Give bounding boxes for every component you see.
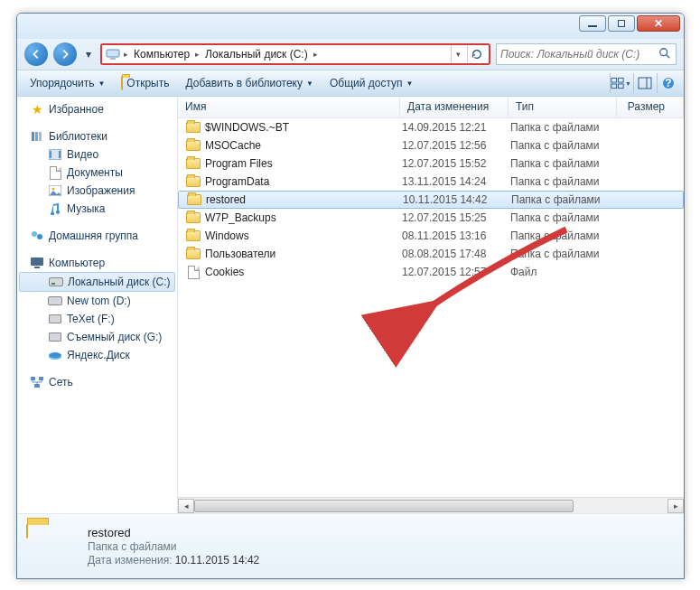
item-name: MSOCache: [205, 139, 402, 152]
close-button[interactable]: ✕: [637, 15, 680, 32]
tree-label: Сеть: [49, 376, 73, 389]
details-date: Дата изменения: 10.11.2015 14:42: [88, 554, 259, 567]
computer-icon: [30, 256, 44, 270]
svg-rect-6: [611, 84, 617, 89]
tree-drive-g[interactable]: Съемный диск (G:): [17, 328, 177, 346]
svg-rect-14: [39, 132, 42, 141]
svg-point-21: [37, 234, 42, 239]
network-icon: [30, 375, 44, 389]
folder-icon: [185, 158, 201, 169]
yandex-disk-icon: [48, 348, 62, 362]
breadcrumb-segment[interactable]: Локальный диск (C:): [200, 48, 313, 61]
search-input[interactable]: [500, 48, 658, 61]
list-item[interactable]: Пользователи08.08.2015 17:48Папка с файл…: [178, 245, 684, 263]
view-options-button[interactable]: ▼: [610, 73, 631, 93]
svg-rect-23: [34, 267, 40, 268]
svg-line-3: [667, 54, 670, 58]
svg-rect-17: [59, 151, 61, 158]
back-button[interactable]: [24, 42, 48, 66]
open-button[interactable]: Открыть: [114, 74, 176, 92]
item-name: Cookies: [205, 266, 402, 278]
item-name: Windows: [205, 229, 402, 242]
tree-computer[interactable]: Компьютер: [17, 254, 177, 272]
tree-label: New tom (D:): [67, 295, 131, 307]
scroll-left-button[interactable]: ◂: [178, 499, 194, 513]
tree-drive-d[interactable]: New tom (D:): [17, 292, 177, 310]
folder-icon: [186, 194, 202, 205]
tree-network[interactable]: Сеть: [17, 373, 177, 391]
horizontal-scrollbar[interactable]: ◂ ▸: [178, 497, 684, 513]
item-date: 08.11.2015 13:16: [402, 229, 510, 242]
libraries-icon: [30, 129, 44, 144]
item-date: 12.07.2015 12:56: [402, 139, 510, 152]
item-name: restored: [206, 193, 403, 206]
svg-rect-13: [35, 132, 38, 141]
column-date[interactable]: Дата изменения: [400, 97, 509, 117]
share-label: Общий доступ: [330, 77, 403, 89]
item-date: 12.07.2015 12:57: [402, 266, 510, 278]
minimize-button[interactable]: [579, 15, 606, 32]
list-item[interactable]: W7P_Backups12.07.2015 15:25Папка с файла…: [178, 209, 684, 227]
item-date: 12.07.2015 15:52: [402, 157, 510, 170]
list-item[interactable]: ProgramData13.11.2015 14:24Папка с файла…: [178, 173, 684, 191]
list-item[interactable]: Cookies12.07.2015 12:57Файл: [178, 263, 684, 281]
svg-rect-0: [107, 50, 119, 57]
forward-button[interactable]: [53, 42, 77, 66]
file-list: Имя Дата изменения Тип Размер $WINDOWS.~…: [178, 97, 684, 513]
item-name: ProgramData: [205, 175, 402, 188]
search-box[interactable]: [496, 43, 677, 65]
drive-icon: [48, 330, 62, 344]
tree-lib-images[interactable]: Изображения: [17, 182, 177, 200]
item-date: 14.09.2015 12:21: [402, 121, 510, 134]
scroll-right-button[interactable]: ▸: [667, 499, 684, 513]
column-name[interactable]: Имя: [178, 97, 400, 117]
share-button[interactable]: Общий доступ ▼: [322, 74, 421, 92]
rows-container: $WINDOWS.~BT14.09.2015 12:21Папка с файл…: [178, 118, 684, 513]
maximize-button[interactable]: [608, 15, 635, 32]
list-item[interactable]: Program Files12.07.2015 15:52Папка с фай…: [178, 155, 684, 173]
preview-pane-button[interactable]: [633, 73, 655, 93]
scroll-thumb[interactable]: [194, 500, 574, 512]
item-date: 10.11.2015 14:42: [403, 193, 511, 206]
drive-icon: [48, 294, 62, 308]
tree-lib-documents[interactable]: Документы: [17, 164, 177, 182]
file-icon: [185, 266, 201, 279]
tree-drive-c[interactable]: Локальный диск (C:): [19, 272, 175, 292]
tree-label: Документы: [67, 166, 123, 179]
tree-favorites[interactable]: ★Избранное: [17, 100, 177, 118]
navigation-tree[interactable]: ★Избранное Библиотеки Видео Документы Из…: [17, 97, 178, 513]
svg-rect-12: [32, 132, 34, 141]
svg-point-25: [49, 352, 61, 358]
list-item[interactable]: $WINDOWS.~BT14.09.2015 12:21Папка с файл…: [178, 118, 684, 136]
tree-yandex-disk[interactable]: Яндекс.Диск: [17, 346, 177, 364]
list-item[interactable]: restored10.11.2015 14:42Папка с файлами: [178, 191, 684, 209]
column-type[interactable]: Тип: [509, 97, 617, 117]
item-name: W7P_Backups: [205, 211, 402, 224]
add-to-library-button[interactable]: Добавить в библиотеку ▼: [178, 74, 320, 92]
scroll-track[interactable]: [194, 499, 667, 513]
help-button[interactable]: ?: [657, 73, 678, 93]
list-item[interactable]: MSOCache12.07.2015 12:56Папка с файлами: [178, 136, 684, 155]
item-type: Папка с файлами: [510, 248, 637, 260]
video-icon: [48, 147, 62, 162]
tree-drive-f[interactable]: TeXet (F:): [17, 310, 177, 328]
tree-lib-music[interactable]: Музыка: [17, 200, 177, 218]
tree-homegroup[interactable]: Домашняя группа: [17, 227, 177, 245]
svg-rect-4: [611, 78, 617, 82]
organize-button[interactable]: Упорядочить ▼: [23, 74, 112, 92]
column-size[interactable]: Размер: [617, 97, 684, 117]
address-dropdown[interactable]: ▾: [451, 45, 465, 63]
address-bar[interactable]: ▸ Компьютер ▸ Локальный диск (C:) ▸ ▾: [100, 43, 490, 65]
svg-rect-16: [50, 151, 51, 158]
breadcrumb-segment[interactable]: Компьютер: [128, 48, 195, 61]
tree-libraries[interactable]: Библиотеки: [17, 127, 177, 145]
history-dropdown[interactable]: ▾: [82, 48, 95, 61]
details-icon: [26, 525, 77, 568]
column-headers: Имя Дата изменения Тип Размер: [178, 97, 684, 118]
item-date: 08.08.2015 17:48: [402, 248, 510, 260]
refresh-button[interactable]: [467, 45, 485, 63]
list-item[interactable]: Windows08.11.2015 13:16Папка с файлами: [178, 227, 684, 245]
folder-icon: [185, 212, 201, 223]
item-type: Папка с файлами: [510, 229, 637, 242]
tree-lib-video[interactable]: Видео: [17, 145, 177, 164]
